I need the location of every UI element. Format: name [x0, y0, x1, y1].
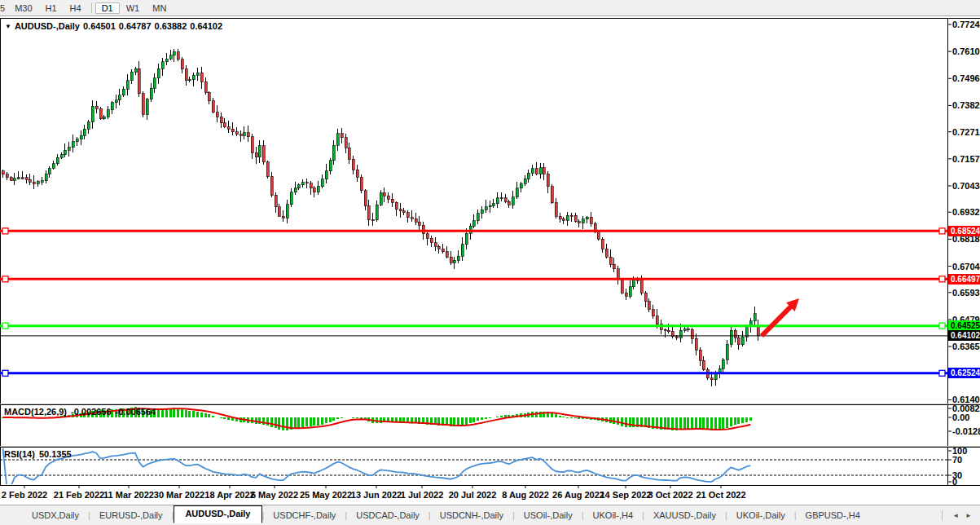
- hline-handle[interactable]: [2, 228, 8, 234]
- macd-histogram-bar: [578, 417, 580, 419]
- macd-histogram-bar: [321, 417, 323, 425]
- tab-ukoil-daily[interactable]: UKOil-,Daily: [727, 507, 794, 523]
- hline-handle[interactable]: [939, 370, 945, 376]
- tab-usdx-daily[interactable]: USDX,Daily: [23, 507, 88, 523]
- price-axis-tick: 0.76100: [952, 47, 980, 56]
- date-axis-label: 25 May 2022: [300, 490, 352, 500]
- macd-histogram-bar: [310, 417, 312, 426]
- date-axis-label: 14 Sep 2022: [600, 490, 652, 500]
- macd-histogram-bar: [695, 417, 697, 429]
- hline-handle[interactable]: [939, 276, 945, 282]
- macd-histogram-bar: [741, 417, 744, 423]
- price-axis-tick: 0.70430: [952, 182, 980, 191]
- macd-histogram-bar: [196, 412, 199, 417]
- date-axis-label: 21 Oct 2022: [696, 490, 745, 500]
- macd-histogram-bar: [737, 417, 740, 424]
- macd-histogram-bar: [465, 417, 468, 425]
- macd-histogram-bar: [562, 417, 565, 417]
- tab-usdchf-daily[interactable]: USDCHF-,Daily: [264, 507, 345, 523]
- timeframe-button-mn[interactable]: MN: [146, 2, 173, 14]
- macd-histogram-bar: [301, 417, 304, 427]
- macd-histogram-bar: [481, 417, 483, 420]
- macd-histogram-bar: [208, 414, 210, 417]
- tab-xauusd-daily[interactable]: XAUUSD-,Daily: [644, 507, 725, 523]
- tab-scroll-separator: [942, 510, 943, 521]
- macd-indicator-label: MACD(12,26,9)-0.002656-0.006564: [4, 407, 160, 417]
- macd-histogram-bar: [683, 417, 686, 429]
- macd-histogram-bar: [489, 417, 491, 418]
- macd-histogram-bar: [539, 412, 542, 417]
- arrow-annotation[interactable]: [762, 305, 793, 336]
- timeframe-button-d1[interactable]: D1: [95, 2, 120, 14]
- date-axis-label: 3 Oct 2022: [648, 490, 692, 500]
- price-tag-resistance-1: 0.68524: [948, 226, 980, 236]
- hline-handle[interactable]: [939, 323, 945, 329]
- macd-histogram-bar: [270, 417, 273, 427]
- macd-histogram-bar: [329, 417, 332, 422]
- date-axis-label: 26 Aug 2022: [552, 490, 604, 500]
- macd-histogram-bar: [555, 414, 557, 417]
- timeframe-button-w1[interactable]: W1: [120, 2, 147, 14]
- date-axis-label: 18 Apr 2022: [204, 490, 254, 500]
- tab-scroll-left-icon[interactable]: ◄: [952, 512, 959, 519]
- price-axis-tick: 0.68180: [952, 235, 980, 244]
- tab-gbpusd-h4[interactable]: GBPUSD-,H4: [797, 507, 869, 523]
- date-axis-label: 30 Mar 2022: [154, 490, 204, 500]
- macd-value-2: -0.006564: [116, 407, 156, 417]
- tab-usdcad-daily[interactable]: USDCAD-,Daily: [347, 507, 428, 523]
- macd-histogram-bar: [675, 417, 678, 430]
- macd-histogram-bar: [348, 417, 350, 418]
- timeframe-button-m30[interactable]: M30: [8, 2, 38, 14]
- macd-histogram-bar: [629, 417, 631, 427]
- timeframe-button-partial[interactable]: 5: [0, 2, 8, 14]
- macd-histogram-bar: [691, 417, 693, 429]
- macd-histogram-bar: [719, 417, 721, 430]
- macd-histogram-bar: [621, 417, 623, 426]
- macd-histogram-bar: [220, 417, 222, 418]
- tab-usdcnh-daily[interactable]: USDCNH-,Daily: [431, 507, 512, 523]
- macd-histogram-bar: [278, 417, 280, 430]
- price-axis-tick: 0.77240: [952, 20, 980, 29]
- chevron-down-icon[interactable]: ▼: [5, 23, 11, 30]
- price-axis-tick: 0.73820: [952, 101, 980, 110]
- price-tag-resistance-2: 0.66497: [948, 274, 980, 285]
- macd-histogram-bar: [282, 417, 284, 430]
- rsi-axis-tick: 70: [952, 456, 962, 465]
- hline-handle[interactable]: [939, 228, 945, 234]
- macd-histogram-bar: [485, 417, 487, 419]
- macd-axis-tick: 0.00: [952, 413, 969, 422]
- rsi-name: RSI(14): [4, 449, 35, 459]
- hline-handle[interactable]: [2, 323, 8, 329]
- macd-histogram-bar: [625, 417, 627, 427]
- rsi-axis-tick: 0: [952, 478, 957, 487]
- date-axis-label: 13 Jun 2022: [351, 490, 402, 500]
- date-axis-label: 1 Jul 2022: [401, 490, 444, 500]
- macd-histogram-bar: [345, 417, 347, 418]
- macd-histogram-bar: [161, 409, 164, 417]
- timeframe-toolbar: 5 M30H1H4D1W1MN: [0, 0, 980, 16]
- ohlc-open: 0.64501: [83, 21, 116, 31]
- macd-histogram-bar: [559, 416, 561, 417]
- timeframe-button-h4[interactable]: H4: [64, 2, 88, 14]
- price-tag-current: 0.64102: [948, 330, 980, 341]
- tab-audusd-daily[interactable]: AUDUSD-,Daily: [174, 505, 261, 523]
- chart-canvas[interactable]: [0, 0, 980, 525]
- macd-histogram-bar: [262, 417, 265, 425]
- tab-eurusd-daily[interactable]: EURUSD-,Daily: [90, 507, 172, 523]
- tab-usoil-daily[interactable]: USOil-,Daily: [515, 507, 582, 523]
- price-axis-tick: 0.67040: [952, 262, 980, 271]
- tab-ukoil-h4[interactable]: UKOil-,H4: [584, 507, 643, 523]
- date-axis-label: 21 Feb 2022: [54, 490, 104, 500]
- timeframe-button-h1[interactable]: H1: [39, 2, 64, 14]
- macd-histogram-bar: [722, 417, 724, 429]
- hline-handle[interactable]: [2, 370, 8, 376]
- macd-histogram-bar: [726, 417, 728, 428]
- hline-handle[interactable]: [2, 276, 8, 282]
- macd-histogram-bar: [177, 408, 179, 417]
- macd-histogram-bar: [317, 417, 319, 426]
- chart-symbol-period: AUDUSD-,Daily: [15, 21, 80, 31]
- macd-histogram-bar: [212, 416, 214, 417]
- tab-scroll-right-icon[interactable]: ►: [965, 512, 972, 519]
- price-axis-tick: 0.71570: [952, 155, 980, 164]
- tab-scroll-controls: ◄►: [942, 510, 980, 521]
